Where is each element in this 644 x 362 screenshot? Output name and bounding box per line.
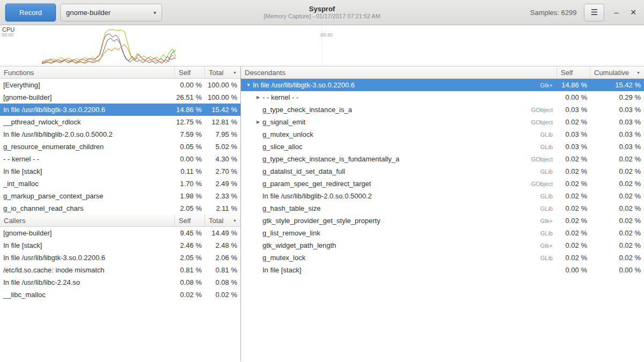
cumulative-percent: 0.02 % [590,190,644,202]
self-percent: 26.51 % [175,91,205,104]
table-row[interactable]: In file /usr/lib/libc-2.24.so0.08 %0.08 … [0,276,240,289]
descendants-cumulative-column-header[interactable]: Cumulative ▼ [590,67,644,78]
cumulative-percent: 0.02 % [590,252,644,264]
library-badge: GObject [529,107,555,113]
function-name: [gnome-builder] [0,91,175,104]
expander-closed-icon[interactable]: ▶ [254,120,262,124]
tree-indent [244,146,254,147]
self-percent: 0.00 % [175,153,205,165]
table-row[interactable]: g_io_channel_read_chars2.05 %2.11 % [0,202,240,215]
functions-self-column-header[interactable]: Self [175,67,205,78]
tree-row[interactable]: In file [stack]0.00 %0.00 % [241,264,644,276]
self-percent: 0.00 % [175,79,205,91]
function-name: __pthread_rwlock_rdlock [0,116,175,128]
callers-table-header: Callers Self Total ▼ [0,215,240,227]
tree-row[interactable]: g_slice_allocGLib0.03 %0.03 % [241,141,644,153]
cumulative-percent: 0.03 % [590,104,644,116]
total-percent: 2.33 % [205,190,240,202]
total-percent: 0.81 % [205,264,240,276]
self-percent: 7.59 % [175,128,205,141]
descendant-name-cell: gtk_style_provider_get_style_propertyGtk… [241,215,557,227]
descendants-column-header[interactable]: Descendants [241,67,557,78]
close-button[interactable]: ✕ [628,8,639,17]
tree-row[interactable]: g_type_check_instance_is_aGObject0.03 %0… [241,104,644,116]
function-name: In file /usr/lib/libglib-2.0.so.0.5000.2 [0,128,175,141]
cpu-timeline[interactable]: CPU 00:00 00:30 [0,25,644,67]
record-button[interactable]: Record [5,4,56,21]
table-row[interactable]: _int_malloc1.70 %2.49 % [0,178,240,190]
tree-row[interactable]: gtk_style_provider_get_style_propertyGtk… [241,215,644,227]
tree-row[interactable]: In file /usr/lib/libglib-2.0.so.0.5000.2… [241,190,644,202]
library-badge: GObject [529,156,555,162]
left-pane: Functions Self Total ▼ [Everything]0.00 … [0,67,241,361]
self-percent: 0.02 % [557,165,590,178]
cumulative-percent: 0.02 % [590,215,644,227]
cumulative-percent: 15.42 % [590,79,644,91]
table-row[interactable]: In file [stack]0.11 %2.70 % [0,165,240,178]
total-percent: 14.49 % [205,227,240,239]
tree-row[interactable]: g_mutex_lockGLib0.02 %0.02 % [241,252,644,264]
descendant-name-cell: gtk_widget_path_lengthGtk+ [241,239,557,252]
callers-column-header[interactable]: Callers [0,215,175,226]
self-percent: 0.02 % [557,190,590,202]
tree-row[interactable]: ▶g_signal_emitGObject0.02 %0.03 % [241,116,644,128]
tree-row[interactable]: gtk_widget_path_lengthGtk+0.02 %0.02 % [241,239,644,252]
tree-indent [244,109,254,110]
table-row[interactable]: __pthread_rwlock_rdlock12.75 %12.81 % [0,116,240,128]
tree-row[interactable]: g_list_remove_linkGLib0.02 %0.02 % [241,227,644,239]
function-name: In file /usr/lib/libglib-2.0.so.0.5000.2 [262,192,372,200]
table-row[interactable]: - - kernel - -0.00 %4.30 % [0,153,240,165]
tree-row[interactable]: g_type_check_instance_is_fundamentally_a… [241,153,644,165]
functions-total-column-header[interactable]: Total ▼ [205,67,240,78]
tree-row[interactable]: ▼In file /usr/lib/libgtk-3.so.0.2200.6Gt… [241,79,644,91]
tree-indent [244,257,254,258]
self-percent: 0.00 % [557,91,590,104]
expander-open-icon[interactable]: ▼ [244,83,253,87]
tree-row[interactable]: g_hash_table_sizeGLib0.02 %0.02 % [241,202,644,215]
library-badge: Gtk+ [538,82,555,88]
functions-column-header[interactable]: Functions [0,67,175,78]
table-row[interactable]: /etc/ld.so.cache: inode mismatch0.81 %0.… [0,264,240,276]
self-percent: 14.86 % [175,104,205,116]
cumulative-percent: 0.03 % [590,116,644,128]
expander-closed-icon[interactable]: ▶ [254,95,262,100]
table-row[interactable]: [gnome-builder]26.51 %100.00 % [0,91,240,104]
cumulative-percent: 0.02 % [590,165,644,178]
total-percent: 4.30 % [205,153,240,165]
callers-self-column-header[interactable]: Self [175,215,205,226]
menu-button[interactable]: ☰ [584,4,604,21]
self-percent: 0.00 % [557,264,590,276]
descendant-name-cell: g_slice_allocGLib [241,141,557,153]
tree-row[interactable]: g_mutex_unlockGLib0.03 %0.03 % [241,128,644,141]
table-row[interactable]: In file /usr/lib/libgtk-3.so.0.2200.614.… [0,104,240,116]
self-percent: 0.03 % [557,104,590,116]
total-percent: 100.00 % [205,79,240,91]
table-row[interactable]: In file /usr/lib/libglib-2.0.so.0.5000.2… [0,128,240,141]
library-badge: GLib [538,144,555,150]
descendants-self-column-header[interactable]: Self [557,67,590,78]
tree-indent [244,122,254,122]
table-row[interactable]: g_markup_parse_context_parse1.98 %2.33 % [0,190,240,202]
callers-total-column-header[interactable]: Total ▼ [205,215,240,226]
tree-indent [244,245,254,246]
self-percent: 0.03 % [557,141,590,153]
sort-descending-icon: ▼ [233,71,237,75]
table-row[interactable]: g_resource_enumerate_children0.05 %5.02 … [0,141,240,153]
tree-row[interactable]: g_datalist_id_set_data_fullGLib0.02 %0.0… [241,165,644,178]
sort-descending-icon: ▼ [233,219,237,223]
descendants-table: ▼In file /usr/lib/libgtk-3.so.0.2200.6Gt… [241,79,644,276]
functions-table: [Everything]0.00 %100.00 %[gnome-builder… [0,79,240,215]
minimize-button[interactable]: ‒ [612,8,620,17]
table-row[interactable]: [Everything]0.00 %100.00 % [0,79,240,91]
tree-row[interactable]: ▶- - kernel - -0.00 %0.29 % [241,91,644,104]
cumulative-percent: 0.02 % [590,153,644,165]
table-row[interactable]: In file [stack]2.46 %2.48 % [0,239,240,252]
header-right-group: Samples: 6299 ☰ ‒ ✕ [530,4,639,21]
table-row[interactable]: [gnome-builder]9.45 %14.49 % [0,227,240,239]
process-selector[interactable]: gnome-builder ▾ [60,4,162,21]
total-percent: 5.02 % [205,141,240,153]
tree-row[interactable]: g_param_spec_get_redirect_targetGObject0… [241,178,644,190]
table-row[interactable]: In file /usr/lib/libgtk-3.so.0.2200.62.0… [0,252,240,264]
table-row[interactable]: __libc_malloc0.02 %0.02 % [0,289,240,301]
function-name: - - kernel - - [262,93,298,101]
